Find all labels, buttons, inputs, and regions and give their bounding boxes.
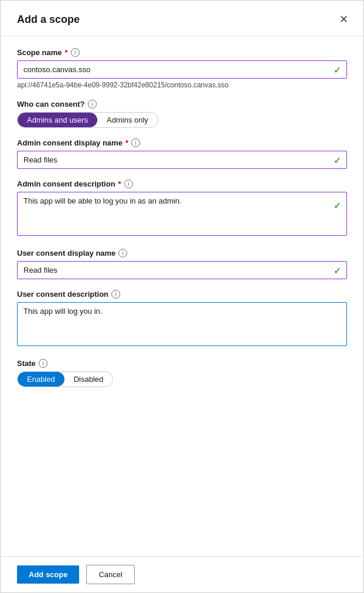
admin-consent-description-label: Admin consent description * i bbox=[17, 179, 347, 188]
admin-consent-display-name-input[interactable] bbox=[17, 151, 347, 169]
scope-name-info-icon[interactable]: i bbox=[71, 48, 80, 57]
toggle-admins-only[interactable]: Admins only bbox=[97, 113, 158, 127]
who-can-consent-label: Who can consent? i bbox=[17, 100, 347, 109]
add-scope-dialog: Add a scope ✕ Scope name * i ✓ api://467… bbox=[0, 0, 364, 593]
dialog-body: Scope name * i ✓ api://46741e5a-94be-4e0… bbox=[1, 36, 363, 556]
admin-consent-display-name-wrapper: ✓ bbox=[17, 151, 347, 169]
state-info-icon[interactable]: i bbox=[39, 359, 47, 368]
scope-name-check-icon: ✓ bbox=[334, 64, 341, 75]
user-consent-display-name-label: User consent display name i bbox=[17, 249, 347, 257]
who-can-consent-info-icon[interactable]: i bbox=[88, 100, 97, 109]
admin-consent-description-textarea[interactable]: This app will be able to log you in as a… bbox=[17, 192, 347, 236]
required-star: * bbox=[65, 48, 68, 57]
admin-consent-description-check-icon: ✓ bbox=[334, 200, 341, 211]
admin-consent-display-name-group: Admin consent display name * i ✓ bbox=[17, 138, 347, 169]
cancel-button[interactable]: Cancel bbox=[86, 565, 134, 584]
add-scope-button[interactable]: Add scope bbox=[17, 565, 79, 584]
toggle-disabled[interactable]: Disabled bbox=[64, 372, 113, 387]
user-consent-description-wrapper: This app will log you in. bbox=[17, 302, 347, 348]
scope-name-label: Scope name * i bbox=[17, 48, 347, 57]
admin-consent-display-name-info-icon[interactable]: i bbox=[131, 138, 140, 147]
user-consent-display-name-wrapper: ✓ bbox=[17, 261, 347, 279]
state-toggle: Enabled Disabled bbox=[17, 371, 113, 387]
scope-name-group: Scope name * i ✓ api://46741e5a-94be-4e0… bbox=[17, 48, 347, 89]
user-consent-description-info-icon[interactable]: i bbox=[111, 290, 120, 299]
user-consent-description-group: User consent description i This app will… bbox=[17, 290, 347, 348]
admin-consent-description-wrapper: This app will be able to log you in as a… bbox=[17, 192, 347, 238]
who-can-consent-toggle: Admins and users Admins only bbox=[17, 112, 158, 128]
admin-consent-description-info-icon[interactable]: i bbox=[124, 179, 133, 188]
user-consent-display-name-info-icon[interactable]: i bbox=[118, 249, 127, 257]
api-url-text: api://46741e5a-94be-4e09-9992-32bf42e802… bbox=[17, 81, 347, 89]
user-consent-display-name-group: User consent display name i ✓ bbox=[17, 249, 347, 279]
user-consent-description-label: User consent description i bbox=[17, 290, 347, 299]
required-star-2: * bbox=[125, 138, 128, 147]
who-can-consent-group: Who can consent? i Admins and users Admi… bbox=[17, 100, 347, 128]
state-label: State i bbox=[17, 359, 347, 368]
user-consent-display-name-check-icon: ✓ bbox=[334, 265, 341, 276]
toggle-admins-and-users[interactable]: Admins and users bbox=[18, 113, 97, 127]
scope-name-input[interactable] bbox=[17, 60, 347, 79]
admin-consent-display-name-label: Admin consent display name * i bbox=[17, 138, 347, 147]
user-consent-description-textarea[interactable]: This app will log you in. bbox=[17, 302, 347, 346]
dialog-header: Add a scope ✕ bbox=[1, 1, 363, 36]
scope-name-input-wrapper: ✓ bbox=[17, 60, 347, 79]
dialog-title: Add a scope bbox=[17, 13, 80, 26]
state-group: State i Enabled Disabled bbox=[17, 359, 347, 387]
admin-consent-display-name-check-icon: ✓ bbox=[334, 154, 341, 165]
dialog-footer: Add scope Cancel bbox=[1, 556, 363, 592]
close-button[interactable]: ✕ bbox=[335, 11, 352, 28]
required-star-3: * bbox=[118, 179, 121, 188]
admin-consent-description-group: Admin consent description * i This app w… bbox=[17, 179, 347, 238]
toggle-enabled[interactable]: Enabled bbox=[18, 372, 64, 387]
user-consent-display-name-input[interactable] bbox=[17, 261, 347, 279]
